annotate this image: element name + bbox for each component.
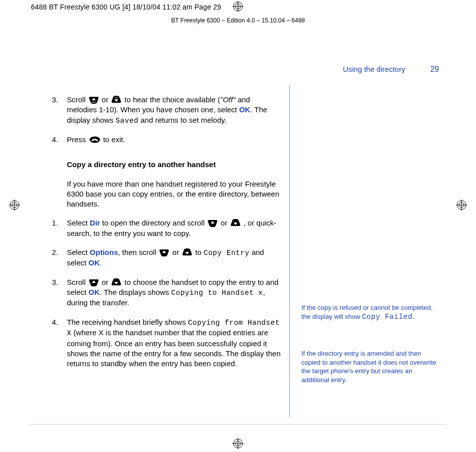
step-number: 3. [52, 277, 67, 308]
main-content: 3. Scroll Redial or Calls to hear the ch… [52, 95, 281, 378]
step-number: 2. [52, 247, 67, 268]
copy-step-3: 3. Scroll or to choose the handset to co… [52, 277, 281, 308]
up-key-icon [89, 278, 99, 286]
crop-mark-right [456, 200, 467, 211]
print-header: 6488 BT Freestyle 6300 UG [4] 18/10/04 1… [31, 3, 221, 11]
down-key-icon [182, 248, 192, 256]
svg-text:Calls: Calls [115, 97, 118, 99]
step-number: 3. [52, 95, 67, 126]
copy-step-4: 4. The receiving handset briefly shows C… [52, 317, 281, 369]
subsection-intro: If you have more than one handset regist… [67, 179, 281, 210]
bottom-dotted-rule [30, 424, 446, 425]
page-number: 29 [430, 65, 439, 74]
step-3: 3. Scroll Redial or Calls to hear the ch… [52, 95, 281, 126]
crop-mark-top [233, 1, 243, 12]
up-key-icon [208, 219, 218, 227]
section-title: Using the directory [343, 65, 405, 73]
down-key-icon [231, 219, 240, 227]
step-number: 4. [52, 317, 67, 369]
svg-text:Redial: Redial [91, 101, 96, 103]
up-key-icon [159, 248, 169, 256]
copy-step-2: 2. Select Options, then scroll or to Cop… [52, 247, 281, 268]
copy-step-1: 1. Select Dir to open the directory and … [52, 218, 281, 238]
step-number: 4. [52, 135, 67, 145]
subsection-heading: Copy a directory entry to another handse… [67, 160, 281, 170]
step-4: 4. Press to exit. [52, 135, 281, 145]
crop-mark-bottom [233, 438, 243, 449]
down-key-icon [111, 278, 121, 286]
down-key-icon: Calls [111, 96, 121, 104]
sidebar-note-amended-entry: If the directory entry is amended and th… [301, 349, 437, 384]
sidebar-note-copy-failed: If the copy is refused or cannot be comp… [301, 303, 437, 322]
column-divider [289, 85, 290, 417]
crop-mark-left [9, 200, 20, 211]
edition-line: BT Freestyle 6300 – Edition 4.0 – 15.10.… [0, 17, 476, 24]
end-call-key-icon [89, 136, 100, 143]
step-number: 1. [52, 218, 67, 238]
up-key-icon: Redial [89, 96, 99, 104]
